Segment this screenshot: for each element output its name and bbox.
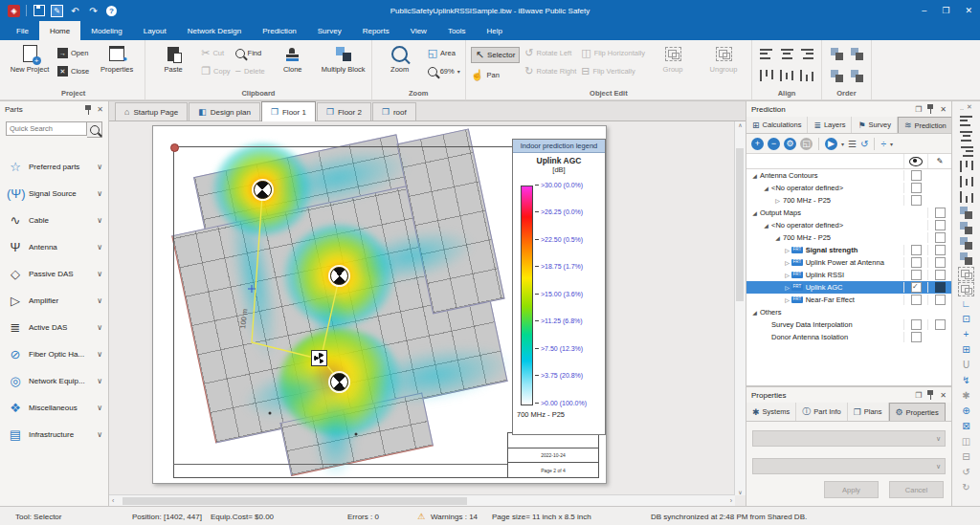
- tree-row-700mhz-p25[interactable]: ◢ 700 MHz - P25: [746, 231, 951, 244]
- move-button[interactable]: +: [952, 327, 980, 342]
- overflow-icon[interactable]: ..: [960, 104, 964, 111]
- duplicate-button[interactable]: ⊞: [952, 342, 980, 358]
- parts-item-signal-source[interactable]: (Ψ) Signal Source ∨: [0, 180, 108, 207]
- tree-row-uplink-rssi[interactable]: ▷ FRT Uplink RSSI: [746, 269, 951, 281]
- chevron-down-icon[interactable]: ∨: [97, 323, 104, 332]
- flip-horizontal-button[interactable]: ◫: [952, 434, 980, 449]
- tree-row-uplink-power[interactable]: ▷ FRT Uplink Power at Antenna: [746, 256, 951, 269]
- selector-button[interactable]: ↖ Selector: [471, 47, 521, 63]
- tree-row-near-far-effect[interactable]: ▷ FRT Near-Far Effect: [746, 294, 951, 306]
- align-left-button[interactable]: [757, 46, 776, 61]
- edit-checkbox[interactable]: [935, 245, 946, 255]
- bring-forward-button[interactable]: [952, 205, 980, 220]
- horizontal-scrollbar[interactable]: ‹ ›: [109, 494, 735, 506]
- ungroup-button[interactable]: Ungroup: [701, 41, 746, 74]
- expander-icon[interactable]: ◢: [746, 172, 759, 179]
- tab-design-plan[interactable]: ◧ Design plan: [189, 102, 260, 120]
- find-button[interactable]: Find: [235, 47, 265, 59]
- tree-row-donor-antenna-isolation[interactable]: Donor Antenna Isolation: [746, 331, 951, 343]
- float-panel-icon[interactable]: ❐: [915, 105, 922, 114]
- tree-row-700mhz-p25[interactable]: ▷ 700 MHz - P25: [746, 194, 951, 207]
- tab-home[interactable]: Home: [39, 21, 80, 40]
- tree-row-antenna-contours[interactable]: ◢ Antenna Contours: [746, 169, 951, 182]
- bring-to-front-button[interactable]: [847, 46, 866, 61]
- edit-checkbox[interactable]: [935, 232, 946, 243]
- multiply-block-button[interactable]: Multiply Block: [321, 41, 367, 74]
- snap-point-button[interactable]: ✱: [952, 388, 980, 404]
- chevron-down-icon[interactable]: ∨: [97, 296, 104, 305]
- parts-item-cable[interactable]: ∿ Cable ∨: [0, 207, 108, 233]
- delete-button[interactable]: − Delete: [235, 65, 265, 77]
- zoom-button[interactable]: Zoom: [377, 41, 423, 74]
- antenna-symbol[interactable]: [330, 373, 348, 391]
- flip-horizontal-button[interactable]: ◫ Flip Horizontally: [581, 47, 645, 59]
- tab-layers[interactable]: ≣ Layers: [808, 117, 852, 133]
- zoom-area-button[interactable]: ◱ Area: [428, 47, 460, 59]
- apply-button[interactable]: Apply: [824, 481, 879, 498]
- tree-row-others[interactable]: ◢ Others: [746, 306, 951, 318]
- vertical-scroll-thumb[interactable]: [736, 148, 744, 301]
- expander-icon[interactable]: ▷: [746, 197, 782, 204]
- rotate-right-button[interactable]: ↻ Rotate Right: [524, 65, 576, 77]
- parts-item-preferred-parts[interactable]: ☆ Preferred parts ∨: [0, 153, 108, 180]
- align-center-button[interactable]: [952, 128, 980, 143]
- tree-row-no-operator[interactable]: ◢ <No operator defined>: [746, 182, 951, 194]
- parts-item-network-equipment[interactable]: ◎ Network Equip... ∨: [0, 367, 108, 394]
- pin-icon[interactable]: [926, 390, 935, 400]
- tab-modeling[interactable]: Modeling: [80, 21, 132, 40]
- minimize-button[interactable]: –: [922, 6, 926, 15]
- expander-icon[interactable]: ◢: [746, 185, 770, 191]
- visibility-checkbox[interactable]: [911, 170, 922, 181]
- align-right-button[interactable]: [952, 143, 980, 159]
- remove-node-button[interactable]: ⊠: [952, 419, 980, 434]
- save-icon[interactable]: [33, 5, 45, 17]
- help-icon[interactable]: ?: [105, 5, 118, 17]
- edit-checkbox[interactable]: [935, 270, 946, 280]
- status-errors[interactable]: Errors : 0: [347, 513, 379, 521]
- edit-icon[interactable]: ✎: [51, 5, 63, 17]
- pin-icon[interactable]: [84, 105, 93, 115]
- chevron-down-icon[interactable]: ∨: [97, 404, 104, 412]
- visibility-checkbox[interactable]: [911, 282, 922, 293]
- tab-plans[interactable]: ❐ Plans: [848, 403, 889, 421]
- align-bottom-button[interactable]: [797, 68, 816, 83]
- parts-item-infrastructure[interactable]: ▤ Infrastructure ∨: [0, 421, 108, 448]
- tab-survey[interactable]: Survey: [307, 21, 352, 40]
- tab-floor-2[interactable]: ❐ Floor 2: [317, 102, 371, 120]
- edit-checkbox[interactable]: [935, 282, 946, 293]
- scroll-left-icon[interactable]: ‹: [112, 497, 114, 504]
- properties-button[interactable]: Properties: [94, 41, 140, 74]
- align-bottom-button[interactable]: [952, 189, 980, 205]
- tab-network-design[interactable]: Network Design: [177, 21, 252, 40]
- expander-icon[interactable]: ▷: [746, 259, 791, 266]
- chevron-down-icon[interactable]: ∨: [97, 243, 104, 252]
- expander-icon[interactable]: ◢: [746, 234, 782, 241]
- split-view-icon[interactable]: ÷: [880, 139, 886, 149]
- tab-layout[interactable]: Layout: [133, 21, 177, 40]
- chevron-down-icon[interactable]: ▾: [890, 141, 893, 147]
- parts-item-miscellaneous[interactable]: ❖ Miscellaneous ∨: [0, 394, 108, 421]
- expander-icon[interactable]: ◢: [746, 309, 759, 316]
- property-dropdown[interactable]: ∨: [752, 430, 946, 447]
- close-panel-icon[interactable]: ✕: [940, 391, 947, 400]
- parts-item-amplifier[interactable]: ▷ Amplifier ∨: [0, 287, 108, 314]
- tree-row-no-operator[interactable]: ◢ <No operator defined>: [746, 219, 951, 231]
- close-button[interactable]: ✕: [965, 6, 972, 15]
- visibility-checkbox[interactable]: [911, 319, 922, 330]
- zoom-level-dropdown[interactable]: 69% ▾: [428, 65, 460, 77]
- send-to-back-button[interactable]: [847, 68, 866, 83]
- chevron-down-icon[interactable]: ∨: [97, 350, 104, 359]
- paste-button[interactable]: Paste: [150, 41, 196, 74]
- group-button[interactable]: [952, 266, 980, 281]
- settings-icon[interactable]: ⚙: [784, 138, 796, 150]
- parts-item-passive-das[interactable]: ◇ Passive DAS ∨: [0, 260, 108, 287]
- selection-frame-button[interactable]: ⊡: [952, 312, 980, 327]
- close-panel-icon[interactable]: ✕: [97, 105, 103, 114]
- close-panel-icon[interactable]: ✕: [940, 105, 947, 114]
- chevron-down-icon[interactable]: ▾: [841, 141, 844, 147]
- copy-button[interactable]: ❐ Copy: [201, 65, 230, 77]
- visibility-checkbox[interactable]: [911, 257, 922, 268]
- tab-file[interactable]: File: [6, 21, 39, 40]
- run-prediction-icon[interactable]: ▶: [825, 138, 837, 150]
- property-dropdown[interactable]: ∨: [752, 458, 946, 474]
